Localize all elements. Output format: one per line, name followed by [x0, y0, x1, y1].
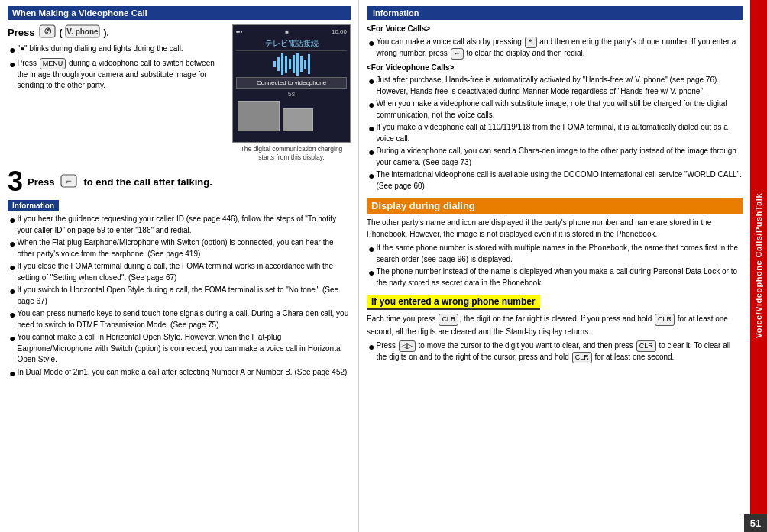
- right-info-content: <For Voice Calls> ● You can make a voice…: [367, 24, 743, 192]
- dial-key: ↰: [525, 37, 537, 48]
- wn-bullet: ●: [368, 340, 374, 363]
- vp-bullet-2: ● When you make a videophone call with s…: [367, 98, 743, 121]
- end-call-key: ⌐: [60, 174, 77, 190]
- wrong-number-section: If you entered a wrong phone number Each…: [367, 295, 743, 363]
- paren-close: ).: [103, 27, 108, 38]
- info-bullet-5: ● You can press numeric keys to send tou…: [8, 308, 351, 330]
- clr-key-wn2: CLR: [655, 314, 675, 326]
- videophone-calls-label: <For Videophone Calls>: [367, 63, 743, 74]
- dd-bullet-1: ● If the same phone number is stored wit…: [367, 243, 743, 265]
- sidebar-label: Voice/Videophone Calls/PushTalk: [754, 193, 763, 338]
- dd-bullet-2: ● The phone number instead of the name i…: [367, 266, 743, 289]
- display-dialing-header: Display during dialing: [367, 198, 743, 214]
- vp-b2: ●: [368, 98, 374, 121]
- bullet-dot: ●: [9, 44, 15, 56]
- phone-screen-box: ▪▪▪ ■ 10:00 テレビ電話接続: [232, 24, 351, 143]
- sidebar: Voice/Videophone Calls/PushTalk: [750, 0, 767, 532]
- photo-area: [236, 99, 347, 133]
- b6: ●: [9, 332, 15, 366]
- clr-key-wn3: CLR: [636, 340, 656, 352]
- bar3: [281, 53, 283, 75]
- bar1: [273, 61, 276, 67]
- display-dialing-text: The other party's name and icon are disp…: [367, 218, 743, 240]
- svg-text:V. phone: V. phone: [67, 27, 99, 36]
- screen-timer: 5s: [236, 90, 347, 98]
- info-box-label: Information: [8, 200, 59, 211]
- b7: ●: [9, 367, 15, 380]
- bar4: [285, 56, 287, 73]
- step3-suffix: to end the call after talking.: [83, 176, 212, 188]
- b5: ●: [9, 308, 15, 330]
- page-number: 51: [744, 514, 767, 532]
- clr-key-wn4: CLR: [572, 352, 592, 363]
- step3-number: 3: [8, 168, 23, 195]
- key-icon-vphone: V. phone: [65, 24, 100, 40]
- b2: ●: [9, 237, 15, 260]
- info-bullet-6: ● You cannot make a call in Horizontal O…: [8, 332, 351, 366]
- vp-bullet-3: ● If you make a videophone call at 110/1…: [367, 122, 743, 144]
- svg-text:⌐: ⌐: [66, 176, 72, 186]
- info-bullet-4: ● If you switch to Horizontal Open Style…: [8, 285, 351, 307]
- clr-key: ←: [451, 48, 464, 60]
- bar9: [304, 60, 306, 69]
- battery-icon: ■: [285, 28, 289, 35]
- bullet-dot2: ●: [9, 58, 15, 92]
- connected-text: Connected to videophone: [236, 77, 347, 89]
- vp-bullet-4: ● During a videophone call, you can send…: [367, 146, 743, 168]
- wrong-number-text: Each time you press CLR, the digit on th…: [367, 313, 743, 337]
- info-bullet-7: ● In Dual Mode of 2in1, you can make a c…: [8, 367, 351, 380]
- bar10: [308, 54, 310, 74]
- vp-b1: ●: [368, 75, 374, 97]
- voice-calls-bullet: ● You can make a voice call also by pres…: [367, 37, 743, 60]
- bar6: [293, 55, 295, 73]
- waveform: [236, 53, 347, 76]
- info-bullet-2: ● When the Flat-plug Earphone/Microphone…: [8, 237, 351, 260]
- paren-open: (: [59, 27, 62, 38]
- vc-bullet: ●: [368, 37, 374, 60]
- step3-row: 3 Press ⌐ to end the call after talking.: [8, 168, 351, 195]
- step1-bullet1: ● "▪" blinks during dialing and lights d…: [8, 44, 225, 56]
- info-bullet-1: ● If you hear the guidance requesting yo…: [8, 214, 351, 236]
- vp-bullet-5: ● The international videophone call is a…: [367, 169, 743, 192]
- main-content: When Making a Videophone Call Press ✆ (: [0, 0, 767, 532]
- step1-left: Press ✆ ( V. phone ).: [8, 24, 225, 162]
- wrong-number-bullet: ● Press ◁▷ to move the cursor to the dig…: [367, 340, 743, 363]
- phone-screen: ▪▪▪ ■ 10:00 テレビ電話接続: [233, 25, 350, 142]
- screen-status-bar: ▪▪▪ ■ 10:00: [236, 28, 347, 35]
- b4: ●: [9, 285, 15, 307]
- b1: ●: [9, 214, 15, 236]
- dd-b2: ●: [368, 266, 374, 289]
- press-label: Press: [8, 27, 34, 38]
- left-column: When Making a Videophone Call Press ✆ (: [0, 0, 359, 532]
- screen-title: テレビ電話接続: [236, 37, 347, 51]
- right-info-box-label: Information: [367, 6, 743, 20]
- vp-b3: ●: [368, 122, 374, 144]
- vp-bullet-1: ● Just after purchase, Hands-free is aut…: [367, 75, 743, 97]
- phone-caption: The digital communication charging start…: [232, 145, 351, 162]
- clr-key-wn1: CLR: [439, 314, 458, 326]
- right-column: Information <For Voice Calls> ● You can …: [359, 0, 750, 532]
- key-icon-phone: ✆: [39, 24, 56, 40]
- vp-b4: ●: [368, 146, 374, 168]
- photo-right: [283, 108, 313, 131]
- section-title: When Making a Videophone Call: [8, 6, 351, 20]
- voice-calls-label: <For Voice Calls>: [367, 24, 743, 35]
- bar8: [300, 56, 303, 72]
- display-dialing-content: The other party's name and icon are disp…: [367, 218, 743, 289]
- photo-left: [238, 101, 280, 131]
- wrong-number-header: If you entered a wrong phone number: [367, 295, 540, 310]
- bar2: [277, 57, 280, 71]
- b3: ●: [9, 261, 15, 283]
- dd-b1: ●: [368, 243, 374, 265]
- info-content-left: ● If you hear the guidance requesting yo…: [8, 214, 351, 379]
- step1-press-line: Press ✆ ( V. phone ).: [8, 24, 225, 40]
- step1-bullet2: ● Press MENU during a videophone call to…: [8, 58, 225, 92]
- signal-icon: ▪▪▪: [236, 28, 243, 35]
- vp-b5: ●: [368, 169, 374, 192]
- menu-key: MENU: [40, 58, 66, 69]
- nav-key: ◁▷: [399, 340, 416, 352]
- info-bullet-3: ● If you close the FOMA terminal during …: [8, 261, 351, 283]
- bar7: [296, 53, 299, 76]
- step3-press-label: Press: [28, 176, 54, 188]
- svg-text:✆: ✆: [44, 27, 52, 36]
